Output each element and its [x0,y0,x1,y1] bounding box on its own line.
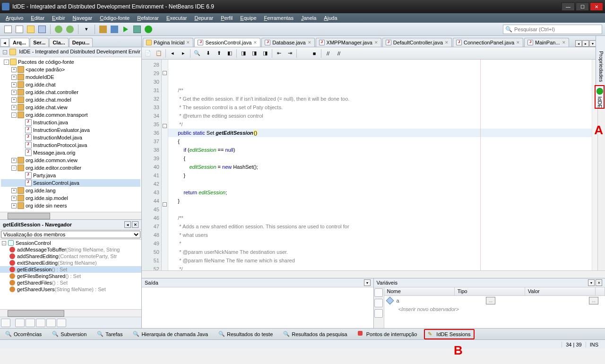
search-box[interactable]: 🔍 [503,25,602,34]
clean-build-button[interactable] [109,24,120,35]
navigator-tree[interactable]: - SessionControl addMessageToBuffer(Stri… [0,240,141,309]
nav-filter-4[interactable] [36,319,45,327]
col-value[interactable]: Valor [525,287,596,295]
save-all-button[interactable] [37,24,47,35]
nav-method[interactable]: getFilesBeingShared() : Set [0,273,141,279]
view-tab-hierarquia-de-chamada-java[interactable]: 🔍Hierarquia de chamada Java [130,329,211,339]
variables-min[interactable]: ▾ [588,279,595,286]
editor-hscroll[interactable] [142,270,605,278]
code-editor[interactable]: 2829303132333435363738394041424344454647… [142,60,605,270]
editor-tab[interactable]: ConnectionPanel.java✕ [453,38,523,47]
menu-ajuda[interactable]: Ajuda [320,14,341,22]
build-button[interactable] [98,24,108,35]
last-edit-button[interactable]: 🔍 [192,49,202,58]
navigator-close[interactable]: ✕ [132,221,138,228]
menu-arquivo[interactable]: Arquivo [2,14,27,22]
watch-btn-1[interactable] [374,288,383,297]
nav-method[interactable]: getEditSession() : Set [0,266,141,273]
view-tab-tarefas[interactable]: 🔍Tarefas [94,329,126,339]
editor-tab[interactable]: MainPan...✕ [524,38,569,47]
editor-tab[interactable]: Database.java✕ [261,38,314,47]
editor-tab-ctrl-1[interactable]: ▸ [582,40,589,47]
menu-janela[interactable]: Janela [297,14,320,22]
tab-close-icon[interactable]: ✕ [445,40,449,45]
tree-node[interactable]: Party.java [1,172,140,179]
open-button[interactable] [26,24,36,35]
nav-method[interactable]: exitSharedEditing(String fileName) [0,260,141,266]
profile-button[interactable] [143,24,154,35]
tree-node[interactable]: +org.idde.chat [1,81,140,88]
tree-node[interactable]: +org.idde.common.view [1,156,140,164]
tree-node[interactable]: InstructionEvaluator.java [1,126,140,134]
tab-close-icon[interactable]: ✕ [516,40,520,45]
menu-equipe[interactable]: Equipe [236,14,260,22]
tree-node[interactable]: +org.idde.sip.model [1,194,140,202]
tab-close-icon[interactable]: ✕ [308,40,311,45]
menu-refatorar[interactable]: Refatorar [133,14,163,22]
editor-tab[interactable]: SessionControl.java✕ [194,38,260,47]
nav-hscroll[interactable] [0,309,141,317]
menu-executar[interactable]: Executar [163,14,190,22]
properties-tab[interactable]: Propriedades [598,51,604,82]
search-input[interactable] [512,26,600,32]
toggle-hl-button[interactable]: ◧ [225,49,235,58]
undo-button[interactable] [53,24,64,35]
close-button[interactable]: ✕ [590,2,603,11]
toggle-bookmark-button[interactable]: ◨ [260,49,270,58]
run-button[interactable] [121,24,131,35]
tree-node[interactable]: InstructionProtocol.java [1,141,140,149]
tree-node[interactable]: +org.idde.lang [1,187,140,194]
project-tab-1[interactable]: Ser... [30,38,49,47]
editor-tab[interactable]: DefaultController.java✕ [382,38,452,47]
tree-node[interactable]: +moduleIdDE [1,73,140,81]
history-button[interactable]: 📋 [154,49,164,58]
project-root-label[interactable]: - IdDE - Integrated and Distributed Deve… [0,47,141,57]
nav-filter-1[interactable] [1,319,10,327]
tree-node[interactable]: Instruction.java [1,119,140,126]
navigator-view-select[interactable]: Visualização dos membros [0,230,141,240]
tree-node[interactable]: +<pacote padrão> [1,66,140,73]
tree-node[interactable]: +org.idde.chat.view [1,104,140,111]
menu-exibir[interactable]: Exibir [48,14,69,22]
menu-navegar[interactable]: Navegar [69,14,96,22]
fold-gutter[interactable]: - - - - [162,60,168,270]
nav-method[interactable]: addMessageToBuffer(String fileName, Stri… [0,246,141,253]
view-tab-idde-sessions[interactable]: ✎IdDE Sessions [424,329,474,339]
tree-node[interactable]: -Pacotes de código-fonte [1,58,140,66]
find-prev-button[interactable]: ⬆ [214,49,224,58]
tree-node[interactable]: -org.idde.editor.controller [1,164,140,172]
nav-filter-6[interactable] [57,319,66,327]
tree-node[interactable]: +org.idde.chat.model [1,96,140,104]
macro-stop-button[interactable]: ■ [309,49,320,58]
nav-filter-3[interactable] [26,319,35,327]
project-tab-3[interactable]: Depu... [69,38,93,47]
output-min[interactable]: ▾ [364,279,371,286]
debug-button[interactable] [132,24,142,35]
idde-side-tab[interactable]: IdDE [595,85,605,109]
new-file-button[interactable] [3,24,13,35]
find-sel-button[interactable]: ⬇ [203,49,213,58]
prev-bookmark-button[interactable]: ◨ [238,49,249,58]
redo-button[interactable] [65,24,75,35]
tab-close-icon[interactable]: ✕ [253,40,257,45]
macro-rec-button[interactable] [298,49,309,58]
tab-nav-prev[interactable]: ◂ [0,38,9,47]
nav-method[interactable]: getSharedFiles() : Set [0,279,141,286]
project-tree[interactable]: -Pacotes de código-fonte+<pacote padrão>… [0,57,141,212]
nav-filter-2[interactable] [15,319,25,327]
tree-hscroll[interactable] [0,212,141,219]
variables-close[interactable]: ✕ [596,279,602,286]
view-tab-resultados-da-pesquisa[interactable]: 🔍Resultados da pesquisa [280,329,350,339]
nav-filter-5[interactable] [46,319,56,327]
view-tab-ocorrências[interactable]: 🔍Ocorrências [2,329,45,339]
menu-depurar[interactable]: Depurar [190,14,217,22]
tree-node[interactable]: InstructionModel.java [1,134,140,141]
source-view-button[interactable]: 📄 [143,49,153,58]
nav-fwd-button[interactable]: ▸ [178,49,189,58]
project-tab-2[interactable]: Cla... [49,38,68,47]
config-dropdown[interactable]: ▾ [81,24,92,35]
type-more[interactable]: ... [486,297,495,304]
col-name[interactable]: Nome [384,287,455,295]
navigator-class-root[interactable]: - SessionControl [0,240,141,246]
nav-method[interactable]: addSharedEditing(Contact remoteParty, St… [0,253,141,260]
